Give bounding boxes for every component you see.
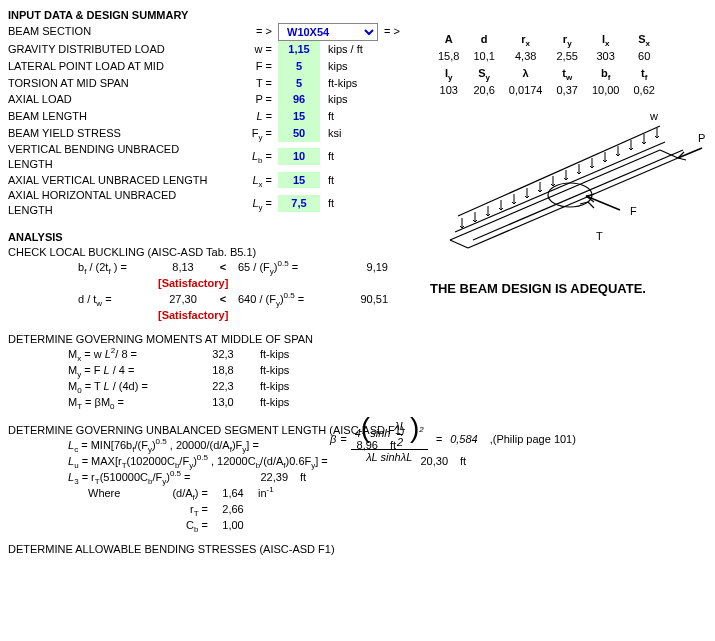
beam-length-input[interactable]: 15	[278, 108, 320, 125]
allowable-heading: DETERMINE ALLOWABLE BENDING STRESSES (AI…	[8, 542, 707, 557]
gravity-load-input[interactable]: 1,15	[278, 41, 320, 58]
where-rT: rT = 2,66	[8, 502, 707, 518]
satisfactory-1: [Satisfactory]	[158, 276, 228, 291]
l3-line: L3 = rT(510000Cb/Fy)0.5 = 22,39 ft	[8, 470, 707, 486]
arrow: = >	[378, 24, 406, 39]
prop-row-2: 103 20,6 0,0174 0,37 10,00 0,62	[432, 83, 661, 98]
ax-horiz-unbraced-input[interactable]: 7,5	[278, 195, 320, 212]
prop-header-1: A d rx ry Ix Sx	[432, 32, 661, 47]
torsion-input[interactable]: 5	[278, 75, 320, 92]
axial-load-input[interactable]: 96	[278, 91, 320, 108]
where-d-af: Where (d/Af) = 1,64 in-1	[8, 486, 707, 502]
beam-section-select[interactable]: W10X54	[278, 23, 378, 41]
ax-vert-unbraced-input[interactable]: 15	[278, 172, 320, 189]
diagram-label-F: F	[630, 205, 637, 217]
moments-heading: DETERMINE GOVERNING MOMENTS AT MIDDLE OF…	[8, 332, 707, 347]
satisfactory-2: [Satisfactory]	[158, 308, 228, 323]
beam-diagram: w P F T	[420, 100, 710, 270]
diagram-label-w: w	[649, 110, 658, 122]
moment-row: MT = βM0 =13,0ft-kips	[8, 395, 707, 411]
where-Cb: Cb = 1,00	[8, 518, 707, 534]
moment-row: My = F L / 4 =18,8ft-kips	[8, 363, 707, 379]
eq-symbol: = >	[218, 24, 278, 39]
lateral-point-input[interactable]: 5	[278, 58, 320, 75]
prop-header-2: Iy Sy λ tw bf tf	[432, 66, 661, 81]
diagram-label-P: P	[698, 132, 705, 144]
label: BEAM SECTION	[8, 24, 218, 39]
moment-row: Mx = w L2/ 8 =32,3ft-kips	[8, 347, 707, 363]
vert-unbraced-input[interactable]: 10	[278, 148, 320, 165]
prop-row-1: 15,8 10,1 4,38 2,55 303 60	[432, 49, 661, 64]
yield-stress-input[interactable]: 50	[278, 125, 320, 142]
page-title: INPUT DATA & DESIGN SUMMARY	[8, 8, 707, 23]
adequate-message: THE BEAM DESIGN IS ADEQUATE.	[430, 280, 646, 298]
diagram-label-T: T	[596, 230, 603, 242]
section-properties: A d rx ry Ix Sx 15,8 10,1 4,38 2,55 303 …	[430, 30, 663, 99]
beta-formula: β= 4(sinhλL2)2 λL sinhλL = 0,584 ,(Phili…	[330, 414, 576, 465]
moment-row: M0 = T L / (4d) =22,3ft-kips	[8, 379, 707, 395]
